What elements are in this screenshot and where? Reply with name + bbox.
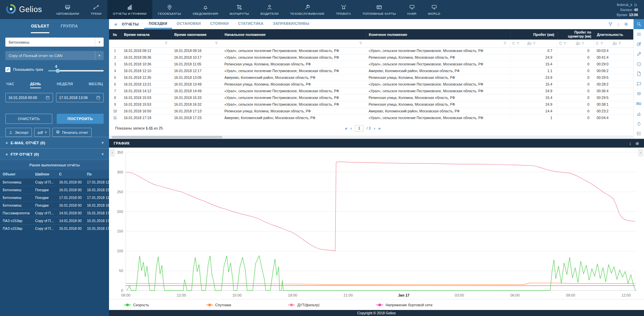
report-row[interactable]: 216.01.2018 09:3616.01.2018 10:17«Урал»,… — [109, 54, 633, 61]
history-row[interactable]: БетономешПоездки17.01.2018 0017.01.2018 … — [0, 194, 112, 202]
close-chart-icon[interactable]: ⊗ — [636, 141, 640, 146]
drop-icon[interactable] — [634, 119, 644, 129]
nav-world[interactable]: WORLD — [422, 0, 446, 19]
menu-icon[interactable] — [634, 29, 644, 39]
filter-odometer-to[interactable]: До — [574, 40, 594, 47]
template-select[interactable]: Copy of Полный отчет по CAN ▾ — [5, 51, 104, 60]
tab-object[interactable]: ОБЪЕКТ — [31, 24, 49, 33]
page-input[interactable]: 1 — [355, 125, 364, 131]
edit-area-icon[interactable] — [634, 39, 644, 49]
layers-icon[interactable] — [634, 89, 644, 99]
nav-habr[interactable]: HABR — [401, 0, 422, 19]
close-panel-icon[interactable]: ⊗ — [624, 21, 628, 27]
chat-icon[interactable] — [634, 79, 644, 89]
scrollbar-thumb[interactable] — [112, 136, 222, 138]
prev-page-icon[interactable]: ‹ — [351, 126, 352, 131]
ftp-report-section[interactable]: + FTP ОТЧЕТ (0) ▾ — [0, 148, 109, 160]
filter-end[interactable] — [171, 40, 222, 47]
history-row[interactable]: БетономешCopy of П...16.01.2018 0017.01.… — [0, 178, 112, 186]
period-tab-week[interactable]: НЕДЕЛЯ — [57, 82, 73, 88]
tab-group[interactable]: ГРУППА — [61, 24, 78, 33]
history-row[interactable]: БетономешПоездки16.01.2018 0016.01.2018 … — [0, 202, 112, 209]
draw-icon[interactable] — [634, 49, 644, 59]
legend-item[interactable]: Напряжение бортовой сети — [376, 303, 432, 307]
nav-alarm[interactable]: ТРЕВОГА — [330, 0, 357, 19]
print-button[interactable]: Печатать отчет — [52, 128, 91, 137]
history-row[interactable]: ПАЗ о153врCopy of П...14.01.2018 0015.01… — [0, 217, 112, 225]
eraser-icon[interactable] — [634, 109, 644, 119]
tab-trips[interactable]: ПОЕЗДКИ — [144, 19, 172, 29]
help-icon[interactable]: ? — [634, 59, 644, 69]
filter-mileage-to[interactable]: До — [525, 40, 557, 47]
nav-fuel-cards[interactable]: ТОПЛИВНЫЕ КАРТЫ — [357, 0, 401, 19]
user-menu[interactable]: fedoruk_k — [617, 2, 638, 7]
col-from[interactable]: Начальное положение — [222, 29, 366, 40]
period-tab-month[interactable]: МЕСЯЦ — [89, 82, 103, 88]
report-row[interactable]: 816.01.2018 15:0316.01.2018 15:33«Урал»,… — [109, 94, 633, 101]
filter-to[interactable] — [366, 40, 510, 47]
filter-duration-from[interactable]: СДо — [594, 40, 633, 47]
horizontal-scrollbar[interactable] — [109, 136, 633, 139]
filter-from[interactable] — [222, 40, 366, 47]
show-track-checkbox[interactable]: ✓ Показывать трек — [5, 67, 43, 72]
nav-vehicles[interactable]: АВТОМОБИЛИ — [50, 0, 85, 19]
report-row[interactable]: 916.01.2018 15:5316.01.2018 16:32«Урал»,… — [109, 101, 633, 108]
last-page-icon[interactable]: » — [378, 126, 381, 131]
legend-item[interactable]: ДУТ(фильтр) — [288, 303, 319, 307]
col-to[interactable]: Конечное положение — [366, 29, 510, 40]
col-odometer[interactable]: Пробег по одометру (км) — [557, 29, 594, 40]
object-select[interactable]: Бетономеш ▾ — [5, 38, 104, 47]
resize-chart-icon[interactable]: ↕ — [629, 141, 631, 146]
next-page-icon[interactable]: › — [374, 126, 375, 131]
history-row[interactable]: ПАЗ о153врCopy of П...15.01.2018 0015.01… — [0, 225, 112, 232]
logo[interactable]: Gelios — [0, 0, 50, 19]
build-button[interactable]: ПОСТРОИТЬ — [57, 114, 104, 124]
nav-maintenance[interactable]: ТЕХОБСЛУЖИВАНИЕ — [284, 0, 330, 19]
col-duration[interactable]: Длительность — [594, 29, 633, 40]
nav-tracks[interactable]: ТРЕКИ — [85, 0, 107, 19]
report-row[interactable]: 616.01.2018 13:2116.01.2018 13:49Репинск… — [109, 81, 633, 88]
nav-drivers[interactable]: ВОДИТЕЛИ — [255, 0, 284, 19]
report-row[interactable]: 516.01.2018 12:3516.01.2018 13:05Амерево… — [109, 74, 633, 81]
filter-mileage-from[interactable]: С — [510, 40, 525, 47]
col-end[interactable]: Время окончания — [171, 29, 222, 40]
history-row[interactable]: БетономешПоездки16.01.2018 0016.01.2018 … — [0, 186, 112, 194]
filter-icon[interactable] — [608, 22, 613, 27]
nav-reports[interactable]: ОТЧЕТЫ И ГРАФИКИ — [107, 0, 152, 19]
report-row[interactable]: 416.01.2018 12:1016.01.2018 12:17«Урал»,… — [109, 67, 633, 74]
tab-stops[interactable]: ОСТАНОВКИ — [172, 19, 206, 29]
slider-handle[interactable] — [56, 69, 60, 73]
nav-notifications[interactable]: УВЕДОМЛЕНИЯ — [187, 0, 224, 19]
lang-ru-badge[interactable]: RU — [634, 99, 644, 109]
nav-geoobjects[interactable]: ГЕООБЪЕКТЫ — [152, 0, 187, 19]
report-row[interactable]: 316.01.2018 10:3616.01.2018 11:05Репинск… — [109, 61, 633, 67]
search-icon[interactable] — [634, 19, 644, 29]
legend-item[interactable]: Спутники — [206, 303, 231, 307]
history-row[interactable]: ПассажиропотокCopy of П...14.01.2018 001… — [0, 209, 112, 217]
clear-button[interactable]: ОЧИСТИТЬ — [5, 114, 52, 124]
report-row[interactable]: 1116.01.2018 17:1916.01.2018 17:23Амерев… — [109, 114, 633, 121]
col-start[interactable]: Время начала — [121, 29, 171, 40]
report-row[interactable]: 1016.01.2018 16:5016.01.2018 17:13Репинс… — [109, 108, 633, 114]
legend-item[interactable]: Скорость — [124, 303, 149, 307]
filter-start[interactable] — [121, 40, 171, 47]
chart-pan-right[interactable]: › — [638, 149, 643, 156]
tab-statistics[interactable]: СТАТИСТИКА — [233, 19, 268, 29]
period-tab-hour[interactable]: ЧАС — [6, 82, 14, 88]
tab-parkings[interactable]: СТОЯНКИ — [206, 19, 233, 29]
first-page-icon[interactable]: « — [345, 126, 347, 131]
document-icon[interactable] — [634, 69, 644, 79]
export-format-select[interactable]: pdf ▾ — [34, 128, 50, 137]
report-row[interactable]: 116.01.2018 09:1216.01.2018 09:16«Урал»,… — [109, 47, 633, 54]
filter-odometer-from[interactable]: С — [557, 40, 574, 47]
resize-panel-icon[interactable]: ↕ — [618, 21, 620, 27]
logout-icon[interactable] — [634, 3, 638, 7]
period-tab-day[interactable]: ДЕНЬ — [30, 82, 41, 88]
chart-pan-left[interactable]: ‹ — [110, 149, 115, 156]
export-button[interactable]: Экспорт — [5, 128, 32, 137]
date-from-input[interactable]: 16.01.2018 00:00 — [5, 93, 53, 102]
col-num[interactable]: № — [109, 29, 121, 40]
date-to-input[interactable]: 17.01.2018 13:06 — [56, 93, 104, 102]
tab-refuels[interactable]: ЗАПРАВКИ/СЛИВЫ — [268, 19, 314, 29]
list-icon[interactable] — [634, 128, 644, 139]
